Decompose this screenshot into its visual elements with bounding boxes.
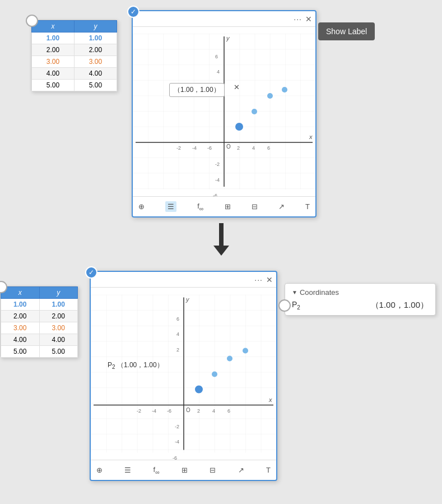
cell: 4.00: [75, 68, 117, 80]
svg-text:-6: -6: [173, 455, 177, 460]
cell: 5.00: [1, 346, 40, 358]
toolbar-text-icon-b[interactable]: T: [266, 466, 271, 474]
cell: 4.00: [39, 334, 78, 346]
toolbar-stats-icon[interactable]: ↗: [278, 202, 285, 211]
toolbar-grid-icon[interactable]: ⊞: [225, 202, 231, 211]
toolbar-stats-icon-b[interactable]: ↗: [238, 466, 244, 474]
point-4-4-b: [243, 348, 248, 354]
svg-text:-2: -2: [215, 161, 220, 167]
cell: 3.00: [75, 56, 117, 68]
table-top-handle[interactable]: [26, 15, 38, 27]
svg-text:6: 6: [215, 54, 218, 59]
svg-text:-2: -2: [176, 145, 181, 151]
p-subscript: 2: [297, 304, 300, 311]
point-2-2: [252, 109, 257, 114]
svg-text:2: 2: [237, 145, 240, 151]
toolbar-grid-icon-b[interactable]: ⊞: [182, 466, 188, 474]
toolbar-text-icon[interactable]: T: [305, 202, 310, 211]
chevron-down-icon: ▼: [292, 289, 297, 295]
table-row: 3.00 3.00: [32, 56, 117, 68]
panel-titlebar-top: ··· ✕: [133, 11, 315, 27]
svg-text:4: 4: [252, 145, 255, 151]
coord-label-close[interactable]: ✕: [234, 83, 240, 91]
table-row: 1.00 1.00: [32, 33, 117, 44]
arrow-shaft: [219, 223, 224, 246]
toolbar-move-icon-b[interactable]: ⊕: [96, 466, 103, 474]
toolbar-func-icon[interactable]: f∞: [197, 202, 203, 212]
svg-text:-6: -6: [207, 145, 212, 151]
close-button-top[interactable]: ✕: [305, 15, 312, 24]
svg-text:-6: -6: [213, 193, 217, 196]
arrow-head: [213, 246, 229, 256]
cell: 4.00: [32, 68, 75, 80]
toolbar-chart-icon[interactable]: ⊟: [252, 202, 258, 211]
cell: 4.00: [1, 334, 40, 346]
toolbar-move-icon[interactable]: ⊕: [138, 202, 145, 211]
svg-text:x: x: [309, 133, 313, 140]
point-4-4: [282, 87, 287, 93]
coordinates-panel: ▼ Coordinates P2 （1.00，1.00）: [285, 283, 436, 316]
svg-text:6: 6: [267, 145, 270, 151]
panel-titlebar-bottom: ··· ✕: [91, 272, 276, 288]
graph-toolbar-top: ⊕ ☰ f∞ ⊞ ⊟ ↗ T: [133, 196, 315, 216]
graph-bottom-check: ✓: [85, 266, 97, 279]
bottom-section: x y 1.00 1.00 2.00 2.00 3.00 3.00: [0, 266, 442, 502]
svg-text:4: 4: [176, 331, 179, 337]
table-row: 4.00 4.00: [1, 334, 78, 346]
svg-text:2: 2: [197, 408, 200, 414]
cell: 2.00: [39, 311, 78, 322]
show-label-tooltip[interactable]: Show Label: [318, 22, 375, 40]
svg-text:-2: -2: [175, 424, 179, 429]
dots-menu-top[interactable]: ···: [294, 15, 302, 24]
cell: 3.00: [32, 56, 75, 68]
toolbar-table-icon-b[interactable]: ☰: [124, 466, 131, 474]
cell: 5.00: [39, 346, 78, 358]
svg-text:O: O: [226, 144, 231, 150]
svg-text:x: x: [268, 396, 272, 403]
table-row: 1.00 1.00: [1, 299, 78, 311]
svg-text:4: 4: [217, 69, 220, 75]
svg-text:2: 2: [176, 347, 179, 353]
cell: 2.00: [1, 311, 40, 322]
graph-panel-top: ✓ ··· ✕ （1.00，1.00） ✕: [132, 10, 317, 218]
coords-header: ▼ Coordinates: [292, 288, 429, 297]
svg-text:-2: -2: [137, 408, 141, 414]
data-table-top: x y 1.00 1.00 2.00 2.00 3.00 3.00: [31, 20, 118, 92]
cell: 1.00: [75, 33, 117, 44]
cell: 2.00: [32, 44, 75, 56]
toolbar-table-icon[interactable]: ☰: [165, 201, 176, 212]
coords-header-label: Coordinates: [300, 288, 339, 297]
point-2-2-b: [212, 372, 217, 377]
p2-coord-label: P2 （1.00，1.00）: [108, 360, 164, 370]
graph-top-check: ✓: [127, 6, 139, 18]
dots-menu-bottom[interactable]: ···: [254, 275, 263, 284]
table-row: 5.00 5.00: [1, 346, 78, 358]
cell: 2.00: [75, 44, 117, 56]
col-header-y-bottom: y: [39, 287, 78, 299]
svg-text:4: 4: [212, 408, 215, 414]
graph-svg-top: x y O -6 -4 -2 2 4 6 4 2 -2 -4 6 -6: [133, 27, 315, 196]
graph-svg-bottom: x y O -6 -4 -2 2 4 6 4 2 -2 -4 6 -6: [91, 288, 276, 460]
point-1-1-b: [194, 385, 203, 394]
top-section: x y 1.00 1.00 2.00 2.00 3.00 3.00: [0, 6, 442, 221]
svg-text:O: O: [186, 407, 190, 413]
table-row: 4.00 4.00: [32, 68, 117, 80]
coord-value: （1.00，1.00）: [371, 300, 429, 311]
svg-text:-4: -4: [152, 408, 156, 414]
point-3-3-b: [227, 356, 232, 362]
data-table-bottom: x y 1.00 1.00 2.00 2.00 3.00 3.00: [0, 286, 78, 358]
p-label: P2: [292, 300, 300, 311]
svg-text:-4: -4: [192, 145, 197, 151]
cell: 5.00: [32, 80, 75, 91]
svg-text:-4: -4: [175, 439, 179, 445]
graph-canvas-bottom: P2 （1.00，1.00） x y O -6 -4: [91, 288, 276, 460]
graph-toolbar-bottom: ⊕ ☰ f∞ ⊞ ⊟ ↗ T: [91, 460, 276, 480]
cell: 1.00: [1, 299, 40, 311]
table-row: 3.00 3.00: [1, 322, 78, 334]
svg-text:-4: -4: [215, 177, 220, 183]
cell: 5.00: [75, 80, 117, 91]
toolbar-func-icon-b[interactable]: f∞: [153, 465, 160, 475]
toolbar-chart-icon-b[interactable]: ⊟: [210, 466, 216, 474]
coords-panel-handle[interactable]: [278, 299, 291, 312]
close-button-bottom[interactable]: ✕: [266, 275, 273, 284]
